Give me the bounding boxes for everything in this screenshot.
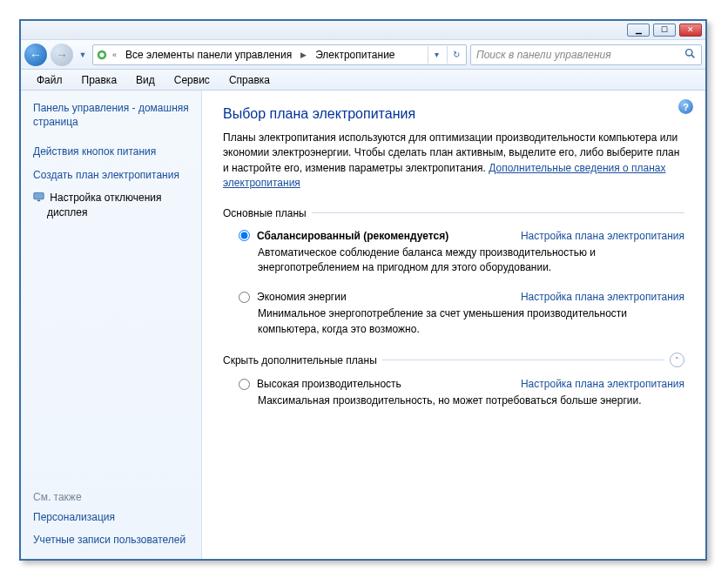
plan-balanced-desc: Автоматическое соблюдение баланса между … — [258, 245, 684, 276]
search-icon — [684, 48, 696, 62]
minimize-button[interactable]: ▁ — [627, 24, 650, 37]
monitor-icon — [33, 191, 45, 205]
sidebar: Панель управления - домашняя страница Де… — [21, 91, 202, 559]
nav-toolbar: ← → ▼ « Все элементы панели управления ▶… — [21, 40, 705, 70]
breadcrumb[interactable]: « Все элементы панели управления ▶ Элект… — [92, 44, 467, 65]
plan-high-name: Высокая производительность — [257, 378, 401, 390]
sidebar-personalization[interactable]: Персонализация — [33, 510, 196, 524]
extra-plans-heading: Скрыть дополнительные планы ˄ — [223, 353, 684, 367]
titlebar: ▁ ☐ ✕ — [21, 21, 705, 40]
plan-balanced: Сбалансированный (рекомендуется) Настрой… — [239, 230, 684, 276]
menu-file[interactable]: Файл — [28, 72, 71, 88]
menu-view[interactable]: Вид — [127, 72, 164, 88]
chevron-right-icon: « — [111, 50, 118, 59]
window-frame: ▁ ☐ ✕ ← → ▼ « Все элементы панели управл… — [19, 19, 707, 561]
sidebar-create-plan[interactable]: Создать план электропитания — [33, 168, 196, 182]
breadcrumb-current[interactable]: Электропитание — [310, 45, 400, 64]
menu-edit[interactable]: Правка — [73, 72, 126, 88]
menubar: Файл Правка Вид Сервис Справка — [21, 70, 705, 91]
menu-help[interactable]: Справка — [220, 72, 279, 88]
menu-service[interactable]: Сервис — [165, 72, 219, 88]
sidebar-user-accounts[interactable]: Учетные записи пользователей — [33, 533, 196, 547]
search-input[interactable]: Поиск в панели управления — [470, 44, 702, 65]
svg-line-3 — [691, 55, 694, 57]
breadcrumb-parent[interactable]: Все элементы панели управления — [120, 45, 297, 64]
plan-high: Высокая производительность Настройка пла… — [239, 378, 684, 408]
plan-balanced-radio[interactable]: Сбалансированный (рекомендуется) — [239, 230, 448, 242]
sidebar-power-buttons[interactable]: Действия кнопок питания — [33, 145, 196, 158]
plan-saver-desc: Минимальное энергопотребление за счет ум… — [258, 306, 684, 337]
forward-button[interactable]: → — [51, 44, 73, 66]
plan-saver-name: Экономия энергии — [257, 291, 347, 303]
see-also-heading: См. также — [33, 491, 196, 503]
maximize-button[interactable]: ☐ — [653, 24, 676, 37]
basic-plans-heading: Основные планы — [223, 207, 684, 219]
plan-high-radio[interactable]: Высокая производительность — [239, 378, 401, 390]
help-icon[interactable]: ? — [678, 99, 693, 114]
svg-rect-4 — [34, 192, 44, 198]
back-button[interactable]: ← — [24, 44, 47, 66]
breadcrumb-dropdown[interactable]: ▾ — [428, 46, 445, 64]
plan-high-settings-link[interactable]: Настройка плана электропитания — [521, 378, 684, 390]
plan-balanced-settings-link[interactable]: Настройка плана электропитания — [521, 230, 684, 242]
sidebar-home[interactable]: Панель управления - домашняя страница — [33, 101, 196, 129]
control-panel-icon — [95, 48, 109, 62]
plan-saver: Экономия энергии Настройка плана электро… — [239, 291, 684, 337]
search-placeholder: Поиск в панели управления — [476, 49, 611, 61]
sidebar-display-off[interactable]: Настройка отключения дисплея — [33, 191, 196, 220]
page-title: Выбор плана электропитания — [223, 106, 684, 122]
svg-rect-5 — [37, 200, 40, 202]
plan-saver-radio[interactable]: Экономия энергии — [239, 291, 347, 303]
svg-point-1 — [99, 52, 104, 57]
main-panel: ? Выбор плана электропитания Планы элект… — [202, 91, 705, 559]
sidebar-item-label: Настройка отключения дисплея — [47, 192, 162, 219]
intro-text: Планы электропитания используются для оп… — [223, 131, 684, 192]
plan-high-desc: Максимальная производительность, но може… — [258, 393, 684, 408]
chevron-right-icon: ▶ — [299, 50, 308, 59]
refresh-button[interactable]: ↻ — [447, 46, 464, 64]
history-dropdown[interactable]: ▼ — [77, 50, 89, 59]
content-body: Панель управления - домашняя страница Де… — [21, 91, 705, 559]
plan-saver-settings-link[interactable]: Настройка плана электропитания — [521, 291, 684, 303]
collapse-extra-button[interactable]: ˄ — [670, 353, 684, 367]
close-button[interactable]: ✕ — [679, 24, 702, 37]
svg-point-2 — [686, 49, 692, 55]
plan-balanced-name: Сбалансированный (рекомендуется) — [257, 230, 448, 242]
